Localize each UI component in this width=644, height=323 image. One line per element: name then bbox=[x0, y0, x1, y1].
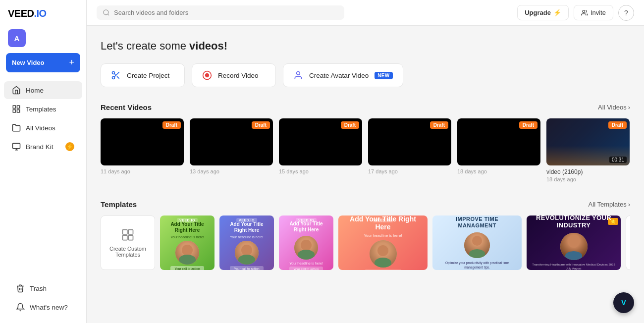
template-inner: IMPROVE TIME MANAGMENT Optimize your pro… bbox=[432, 215, 522, 270]
help-icon: ? bbox=[624, 9, 628, 17]
template-inner: REVOLUTIONIZE YOUR INDUSTRY Transforming… bbox=[527, 215, 621, 270]
content-area: Let's create some videos! Create Project… bbox=[87, 26, 644, 323]
video-date: 18 days ago bbox=[457, 168, 540, 174]
nav-items: Home Templates All Videos Brand Kit ⚡ bbox=[0, 80, 86, 272]
tpl-person bbox=[370, 240, 397, 268]
new-badge: NEW bbox=[375, 72, 392, 79]
record-video-card[interactable]: Record Video bbox=[192, 63, 276, 87]
video-card[interactable]: Draft 11 days ago bbox=[101, 118, 184, 182]
video-card[interactable]: Draft 17 days ago bbox=[368, 118, 451, 182]
templates-title: Templates bbox=[101, 200, 137, 209]
recent-videos-title: Recent Videos bbox=[101, 103, 152, 111]
tpl-title: IMPROVE TIME MANAGMENT bbox=[436, 216, 518, 229]
template-card-rev-dark[interactable]: ⭐ REVOLUTIONIZE YOUR INDUSTRY Transformi… bbox=[527, 215, 621, 270]
draft-badge: Draft bbox=[519, 121, 537, 129]
create-avatar-card[interactable]: Create Avatar Video NEW bbox=[283, 63, 403, 87]
tpl-subtitle: Your headline is here! bbox=[289, 262, 322, 265]
sidebar-item-all-videos[interactable]: All Videos bbox=[4, 119, 82, 137]
avatar[interactable]: A bbox=[8, 29, 26, 47]
video-card[interactable]: Draft 15 days ago bbox=[279, 118, 362, 182]
custom-template-icon bbox=[121, 228, 135, 242]
bell-icon bbox=[16, 303, 25, 312]
svg-line-11 bbox=[117, 76, 119, 79]
svg-rect-4 bbox=[13, 143, 20, 149]
svg-rect-17 bbox=[128, 230, 133, 234]
tpl-person bbox=[560, 233, 588, 260]
invite-button[interactable]: Invite bbox=[574, 5, 613, 20]
tpl-title: REVOLUTIONIZE YOUR INDUSTRY bbox=[531, 215, 617, 229]
template-card-pink[interactable]: VEED.IO Add Your Title Right Here Your h… bbox=[279, 215, 333, 270]
sidebar-item-brand-kit[interactable]: Brand Kit ⚡ bbox=[4, 138, 82, 156]
template-card-green[interactable]: VEED.IO Add Your Title Right Here Your h… bbox=[160, 215, 215, 270]
video-card[interactable]: Draft 00:31 video (2160p) 18 days ago bbox=[546, 118, 630, 182]
video-card[interactable]: Draft 13 days ago bbox=[190, 118, 273, 182]
template-icon bbox=[12, 105, 21, 113]
brand-kit-badge: ⚡ bbox=[65, 142, 74, 151]
template-inner: VEED.IO Add Your Title Right Here Your h… bbox=[160, 215, 215, 270]
upgrade-button[interactable]: Upgrade ⚡ bbox=[517, 5, 569, 20]
record-icon bbox=[202, 70, 212, 80]
sidebar-item-templates[interactable]: Templates bbox=[4, 100, 82, 118]
svg-point-14 bbox=[206, 74, 209, 77]
video-date: 18 days ago bbox=[546, 176, 630, 182]
svg-rect-18 bbox=[123, 235, 127, 240]
home-icon bbox=[12, 86, 21, 95]
template-card-purple[interactable]: VEED.IO Add Your Title Right Here Your h… bbox=[219, 215, 274, 270]
bolt-icon: ⚡ bbox=[553, 9, 561, 16]
draft-badge: Draft bbox=[252, 121, 270, 129]
search-input[interactable] bbox=[114, 9, 338, 16]
svg-rect-3 bbox=[17, 110, 20, 112]
sidebar-item-trash[interactable]: Trash bbox=[8, 279, 78, 297]
heading-bold: videos! bbox=[189, 40, 227, 52]
tpl-cta: Your call to action bbox=[170, 266, 204, 270]
video-date: 17 days ago bbox=[368, 168, 451, 174]
svg-line-6 bbox=[107, 14, 109, 15]
sidebar-item-home-label: Home bbox=[26, 87, 44, 94]
search-wrap[interactable] bbox=[97, 5, 344, 20]
topbar: Upgrade ⚡ Invite ? bbox=[87, 0, 644, 26]
video-thumbnail: Draft bbox=[368, 118, 451, 165]
sidebar-item-whats-new[interactable]: What's new? bbox=[8, 298, 78, 316]
all-videos-link[interactable]: All Videos › bbox=[598, 104, 630, 111]
all-templates-link[interactable]: All Templates › bbox=[589, 201, 630, 208]
video-meta: video (2160p) 18 days ago bbox=[546, 165, 630, 182]
new-video-button[interactable]: New Video + bbox=[6, 53, 80, 72]
new-video-label: New Video bbox=[12, 59, 45, 66]
action-cards: Create Project Record Video Create Avata… bbox=[101, 63, 630, 87]
brand-icon bbox=[12, 142, 21, 151]
sidebar-item-whats-new-label: What's new? bbox=[30, 304, 68, 311]
recent-videos-header: Recent Videos All Videos › bbox=[101, 103, 630, 111]
sidebar: VEED.IO A New Video + Home Templates All… bbox=[0, 0, 87, 323]
tpl-cta: Your call to action bbox=[230, 266, 263, 270]
video-meta: 18 days ago bbox=[457, 165, 540, 174]
template-card-revolutionize[interactable]: ⭐ Revolutionize with Automat... Revoluti… bbox=[626, 215, 630, 270]
tpl-subtitle: Optimize your productivity with practica… bbox=[436, 261, 518, 269]
template-card-salmon[interactable]: VEED.IO Add Your Title Right Here Your h… bbox=[338, 215, 428, 270]
template-inner: VEED.IO Add Your Title Right Here Your h… bbox=[338, 215, 428, 270]
tpl-title: Add Your Title Right Here bbox=[164, 221, 211, 233]
video-meta: 13 days ago bbox=[190, 165, 273, 174]
template-card-improve[interactable]: IMPROVE TIME MANAGMENT Optimize your pro… bbox=[432, 215, 522, 270]
veed-chip: VEED.IO bbox=[373, 218, 393, 222]
video-thumbnail: Draft bbox=[190, 118, 273, 165]
video-title: video (2160p) bbox=[546, 168, 630, 175]
help-button[interactable]: ? bbox=[618, 5, 634, 21]
upgrade-label: Upgrade bbox=[525, 9, 551, 16]
svg-rect-19 bbox=[128, 235, 133, 240]
video-thumbnail: Draft bbox=[101, 118, 184, 165]
sidebar-item-home[interactable]: Home bbox=[4, 81, 82, 99]
sidebar-item-trash-label: Trash bbox=[30, 285, 47, 292]
sidebar-item-all-videos-label: All Videos bbox=[26, 124, 55, 132]
template-inner: VEED.IO Add Your Title Right Here Your h… bbox=[279, 215, 333, 270]
create-custom-template[interactable]: Create Custom Templates bbox=[101, 215, 155, 270]
logo-area: VEED.IO bbox=[0, 0, 86, 25]
chat-float-button[interactable]: V bbox=[613, 292, 634, 313]
video-thumbnail: Draft bbox=[279, 118, 362, 165]
chat-icon: V bbox=[621, 299, 626, 307]
template-inner: VEED.IO Add Your Title Right Here Your h… bbox=[219, 215, 274, 270]
record-video-label: Record Video bbox=[218, 72, 259, 79]
video-meta: 11 days ago bbox=[101, 165, 184, 174]
video-card[interactable]: Draft 18 days ago bbox=[457, 118, 540, 182]
create-project-card[interactable]: Create Project bbox=[101, 63, 185, 87]
folder-icon bbox=[12, 123, 21, 132]
